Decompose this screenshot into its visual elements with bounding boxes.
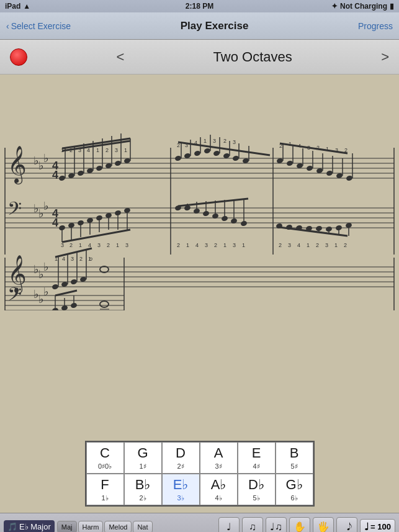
svg-text:2: 2	[223, 138, 226, 144]
svg-text:♭: ♭	[43, 261, 48, 273]
left-hand-button[interactable]: ✋	[289, 517, 310, 533]
key-signature-table: C 0♯0♭ G 1♯ D 2♯ A 3♯ E 4♯ B 5♯ F 1♭ B♭	[0, 435, 399, 513]
record-button[interactable]	[10, 48, 27, 66]
music-notation-svg: 𝄞 𝄢 ♭ ♭ ♭ ♭ ♭ ♭ 4 4 4 4 1 2 3 4 1 2 3 1	[0, 74, 399, 310]
gap-area	[0, 310, 399, 435]
key-sub-d: 2♯	[177, 462, 184, 471]
key-letter-e: E	[252, 445, 261, 461]
bottom-bar: 🎵 E♭ Major Maj Harm Melod Nat ♩ ♫ ♩♫ ✋ 🖐…	[0, 513, 399, 532]
key-sub-b: 5♯	[290, 462, 297, 471]
left-hand-icon: ✋	[294, 521, 306, 532]
svg-text:1: 1	[116, 242, 119, 248]
key-cell-b[interactable]: B 5♯	[276, 442, 313, 474]
key-letter-ab: A♭	[211, 477, 226, 493]
key-letter-eb: E♭	[173, 477, 189, 493]
tempo-equals: = 100	[370, 522, 391, 531]
svg-text:2: 2	[344, 242, 347, 248]
key-sub-bb: 2♭	[139, 494, 146, 502]
svg-text:3: 3	[205, 242, 208, 248]
key-cell-gb[interactable]: G♭ 6♭	[276, 474, 313, 505]
key-cell-a[interactable]: A 3♯	[200, 442, 238, 474]
key-cell-eb[interactable]: E♭ 3♭	[162, 474, 200, 505]
key-letter-db: D♭	[248, 477, 264, 493]
status-left: iPad ▲	[5, 2, 30, 11]
svg-text:1: 1	[96, 147, 99, 153]
right-hand-button[interactable]: 🖐	[313, 517, 334, 533]
key-cell-ab[interactable]: A♭ 4♭	[200, 474, 238, 505]
exercise-title: Two Octaves	[213, 49, 292, 65]
key-cell-bb[interactable]: B♭ 2♭	[124, 474, 162, 505]
charging-text: Not Charging	[340, 2, 387, 11]
mode-maj-button[interactable]: Maj	[57, 521, 77, 533]
nav-title: Play Exercise	[181, 20, 249, 32]
svg-text:1: 1	[79, 242, 82, 248]
svg-text:2: 2	[316, 242, 319, 248]
svg-text:𝄞: 𝄞	[7, 146, 27, 185]
svg-text:1: 1	[124, 147, 127, 153]
svg-text:𝄢: 𝄢	[7, 199, 22, 223]
key-sub-c: 0♯0♭	[98, 462, 112, 471]
key-sub-db: 5♭	[253, 494, 259, 502]
status-bar: iPad ▲ 2:18 PM ✦ Not Charging ▮	[0, 0, 399, 12]
key-indicator-label: E♭ Major	[19, 522, 51, 531]
prev-button[interactable]: <	[116, 49, 124, 65]
svg-text:♭: ♭	[38, 268, 43, 281]
svg-text:2: 2	[105, 147, 109, 153]
svg-text:3: 3	[61, 242, 64, 248]
svg-text:1: 1	[223, 242, 226, 248]
svg-text:3: 3	[233, 139, 236, 145]
mode-melod-button[interactable]: Melod	[104, 521, 132, 533]
key-sub-eb: 3♭	[177, 494, 184, 502]
key-letter-f: F	[101, 477, 109, 493]
svg-text:2: 2	[107, 242, 110, 248]
svg-text:4: 4	[52, 169, 58, 181]
note-style-button-2[interactable]: ♫	[242, 517, 263, 533]
key-letter-d: D	[176, 445, 186, 461]
svg-text:1: 1	[186, 242, 189, 248]
svg-text:4: 4	[52, 217, 58, 229]
svg-text:♭: ♭	[38, 160, 43, 172]
mode-harm-button[interactable]: Harm	[78, 521, 104, 533]
note-style-button-1[interactable]: ♩	[218, 517, 240, 533]
key-sub-e: 4♯	[253, 462, 259, 471]
tempo-display[interactable]: ♩ = 100	[360, 519, 395, 532]
key-cell-db[interactable]: D♭ 5♭	[238, 474, 276, 505]
note-icon-1: ♩	[226, 521, 231, 532]
svg-text:3: 3	[115, 147, 118, 153]
key-cell-c[interactable]: C 0♯0♭	[86, 442, 124, 474]
key-letter-g: G	[137, 445, 148, 461]
svg-text:3: 3	[213, 138, 216, 144]
key-cell-e[interactable]: E 4♯	[238, 442, 276, 474]
next-button[interactable]: >	[381, 49, 389, 65]
key-sub-g: 1♯	[139, 462, 146, 471]
key-grid: C 0♯0♭ G 1♯ D 2♯ A 3♯ E 4♯ B 5♯ F 1♭ B♭	[85, 441, 315, 507]
back-arrow-icon: ‹	[6, 21, 9, 31]
svg-text:2: 2	[214, 242, 217, 248]
svg-text:♭: ♭	[43, 152, 48, 165]
svg-text:1: 1	[242, 242, 245, 248]
key-cell-f[interactable]: F 1♭	[86, 474, 124, 505]
back-button[interactable]: ‹ Select Exercise	[6, 21, 71, 31]
svg-text:♭: ♭	[34, 288, 38, 300]
key-cell-g[interactable]: G 1♯	[124, 442, 162, 474]
status-center: 2:18 PM	[186, 2, 213, 11]
mode-buttons: Maj Harm Melod Nat	[57, 521, 153, 533]
time-display: 2:18 PM	[186, 2, 213, 11]
svg-text:2: 2	[279, 242, 282, 248]
svg-text:2: 2	[177, 242, 180, 248]
sheet-music-area: 𝄞 𝄢 ♭ ♭ ♭ ♭ ♭ ♭ 4 4 4 4 1 2 3 4 1 2 3 1	[0, 74, 399, 310]
mode-nat-button[interactable]: Nat	[133, 521, 152, 533]
status-right: ✦ Not Charging ▮	[331, 2, 394, 11]
note-style-button-3[interactable]: ♩♫	[266, 517, 287, 533]
bluetooth-icon: ✦	[331, 2, 338, 11]
progress-button[interactable]: Progress	[358, 21, 393, 31]
svg-text:4: 4	[62, 256, 65, 262]
metronome-button[interactable]: 𝅘𝅥𝅮	[336, 517, 357, 533]
svg-text:3: 3	[71, 256, 74, 262]
svg-text:3: 3	[288, 242, 291, 248]
svg-text:4: 4	[297, 242, 300, 248]
key-indicator[interactable]: 🎵 E♭ Major	[4, 520, 55, 532]
svg-text:♭: ♭	[43, 200, 48, 212]
svg-text:3: 3	[125, 242, 128, 248]
key-cell-d[interactable]: D 2♯	[162, 442, 200, 474]
